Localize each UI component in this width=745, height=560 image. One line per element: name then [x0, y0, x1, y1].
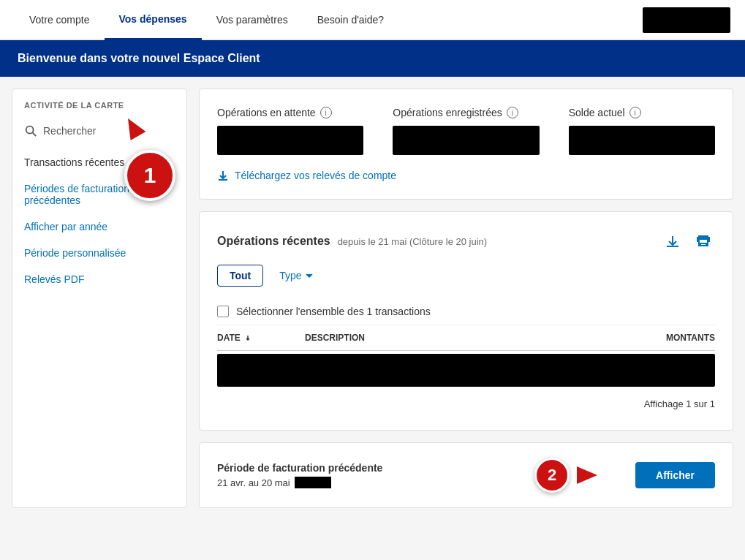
sort-icon — [243, 333, 252, 342]
filter-all-button[interactable]: Tout — [217, 265, 263, 287]
stat-value-attente — [217, 126, 363, 155]
stat-label-enregistrees: Opérations enregistrées i — [393, 107, 539, 118]
filter-row: Tout Type — [217, 265, 715, 287]
download-label: Téléchargez vos relevés de compte — [235, 170, 396, 181]
pagination-label: Affichage 1 sur 1 — [644, 398, 715, 409]
annotation-2: 2 — [534, 458, 613, 493]
filter-type-label: Type — [279, 270, 301, 281]
nav-item-depenses[interactable]: Vos dépenses — [105, 0, 202, 40]
sidebar-item-personnalisee[interactable]: Période personnalisée — [12, 240, 186, 266]
account-logo — [643, 7, 730, 33]
previous-period-label: Période de facturation précédente — [217, 462, 382, 474]
pagination: Affichage 1 sur 1 — [217, 390, 715, 412]
main-content: Opérations en attente i Opérations enreg… — [199, 88, 733, 508]
stats-panel: Opérations en attente i Opérations enreg… — [199, 88, 733, 200]
operations-title-block: Opérations récentes depuis le 21 mai (Cl… — [217, 235, 487, 248]
stat-value-enregistrees — [393, 126, 539, 155]
table-row[interactable] — [217, 354, 715, 387]
stat-value-solde — [569, 126, 715, 155]
stat-operations-enregistrees: Opérations enregistrées i — [393, 107, 539, 155]
stat-label-solde: Solde actuel i — [569, 107, 715, 118]
column-header-date[interactable]: DATE — [217, 333, 305, 343]
download-icon — [217, 170, 229, 181]
svg-line-1 — [33, 133, 37, 137]
previous-period-text: Période de facturation précédente 21 avr… — [217, 462, 382, 488]
nav-items: Votre compte Vos dépenses Vos paramètres… — [15, 0, 643, 40]
nav-item-compte[interactable]: Votre compte — [15, 1, 105, 39]
stats-row: Opérations en attente i Opérations enreg… — [217, 107, 715, 155]
select-all-row: Sélectionner l'ensemble des 1 transactio… — [217, 298, 715, 325]
print-icon — [696, 234, 711, 249]
arrow-right-icon — [577, 466, 613, 484]
previous-period-right: 2 Afficher — [534, 458, 715, 493]
print-operations-button[interactable] — [692, 230, 715, 253]
table-header: DATE DESCRIPTION MONTANTS — [217, 325, 715, 351]
column-header-description: DESCRIPTION — [305, 333, 642, 343]
operations-subtitle: depuis le 21 mai (Clôture le 20 juin) — [338, 236, 488, 247]
nav-item-aide[interactable]: Besoin d'aide? — [303, 1, 398, 39]
select-all-checkbox[interactable] — [217, 306, 229, 317]
sidebar-item-periodes[interactable]: Périodes de facturation précédentes — [12, 175, 186, 213]
sidebar-item-transactions[interactable]: Transactions récentes — [12, 149, 186, 175]
previous-period-panel: Période de facturation précédente 21 avr… — [199, 442, 733, 508]
stat-solde-actuel: Solde actuel i — [569, 107, 715, 155]
chevron-down-icon — [305, 271, 314, 280]
select-all-label: Sélectionner l'ensemble des 1 transactio… — [236, 306, 431, 317]
search-label: Rechercher — [43, 125, 96, 137]
svg-rect-3 — [700, 243, 706, 246]
sidebar: ACTIVITÉ DE LA CARTE Rechercher Transact… — [12, 88, 187, 508]
stat-label-attente: Opérations en attente i — [217, 107, 363, 118]
banner-text: Bienvenue dans votre nouvel Espace Clien… — [18, 52, 260, 64]
previous-period-dates: 21 avr. au 20 mai — [217, 477, 382, 488]
info-icon-enregistrees[interactable]: i — [507, 107, 518, 118]
dates-redacted — [295, 477, 331, 488]
download-operations-icon — [665, 234, 680, 249]
operations-header: Opérations récentes depuis le 21 mai (Cl… — [217, 230, 715, 253]
search-icon — [24, 124, 37, 137]
filter-type-button[interactable]: Type — [269, 265, 323, 287]
download-operations-button[interactable] — [661, 230, 684, 253]
sidebar-item-annee[interactable]: Afficher par année — [12, 213, 186, 240]
info-icon-attente[interactable]: i — [320, 107, 332, 118]
main-layout: ACTIVITÉ DE LA CARTE Rechercher Transact… — [0, 77, 745, 520]
sidebar-section-title: ACTIVITÉ DE LA CARTE — [12, 101, 186, 118]
welcome-banner: Bienvenue dans votre nouvel Espace Clien… — [0, 40, 745, 77]
stat-operations-en-attente: Opérations en attente i — [217, 107, 363, 155]
operations-action-icons — [661, 230, 715, 253]
annotation-circle-2: 2 — [534, 458, 570, 493]
svg-point-0 — [26, 126, 34, 134]
afficher-button[interactable]: Afficher — [635, 462, 715, 488]
sidebar-search[interactable]: Rechercher — [12, 118, 186, 149]
arrow-container-2 — [577, 466, 613, 484]
operations-panel: Opérations récentes depuis le 21 mai (Cl… — [199, 211, 733, 431]
info-icon-solde[interactable]: i — [629, 107, 641, 118]
download-releves-link[interactable]: Téléchargez vos relevés de compte — [217, 170, 715, 181]
column-header-montants: MONTANTS — [642, 333, 715, 343]
nav-item-parametres[interactable]: Vos paramètres — [202, 1, 303, 39]
top-navigation: Votre compte Vos dépenses Vos paramètres… — [0, 0, 745, 40]
operations-title: Opérations récentes — [217, 235, 330, 247]
sidebar-item-releves[interactable]: Relevés PDF — [12, 266, 186, 292]
